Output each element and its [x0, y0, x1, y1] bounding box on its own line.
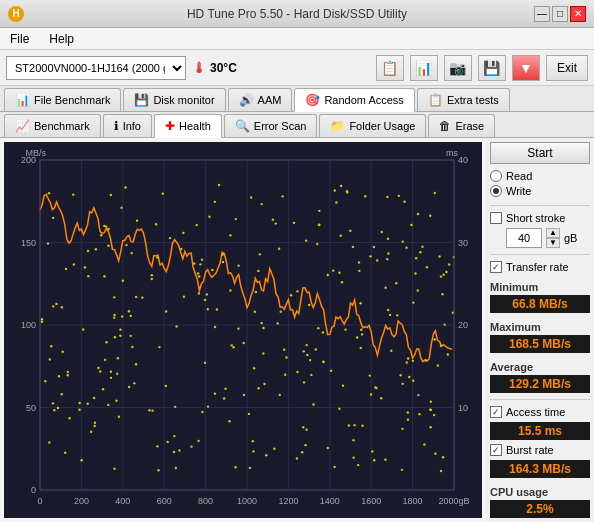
burst-rate-checkbox-item[interactable]: ✓ Burst rate [490, 444, 590, 456]
menu-help[interactable]: Help [45, 31, 78, 47]
extra-tests-icon: 📋 [428, 93, 443, 107]
title-text: HD Tune Pro 5.50 - Hard Disk/SSD Utility [0, 7, 594, 21]
benchmark-chart [4, 142, 482, 518]
stroke-spinner: ▲ ▼ [546, 228, 560, 248]
tab-extra-tests[interactable]: 📋 Extra tests [417, 88, 510, 111]
disk-monitor-icon: 💾 [134, 93, 149, 107]
stroke-unit: gB [564, 232, 577, 244]
transfer-rate-checkbox: ✓ [490, 261, 502, 273]
average-block: Average 129.2 MB/s [490, 361, 590, 393]
tab-random-access[interactable]: 🎯 Random Access [294, 88, 414, 112]
average-label: Average [490, 361, 590, 373]
right-panel: Start Read Write Short stroke ▲ ▼ gB [486, 138, 594, 522]
read-write-group: Read Write [490, 168, 590, 199]
divider-3 [490, 399, 590, 400]
transfer-rate-checkbox-item[interactable]: ✓ Transfer rate [490, 261, 590, 273]
minimum-label: Minimum [490, 281, 590, 293]
stroke-spin-down[interactable]: ▼ [546, 238, 560, 248]
stroke-input-row: ▲ ▼ gB [490, 228, 590, 248]
maximize-button[interactable]: □ [552, 6, 568, 22]
tab-benchmark[interactable]: 📈 Benchmark [4, 114, 101, 137]
health-icon: ✚ [165, 119, 175, 133]
error-scan-icon: 🔍 [235, 119, 250, 133]
title-buttons: — □ ✕ [534, 6, 586, 22]
toolbar-btn-4[interactable]: 💾 [478, 55, 506, 81]
burst-rate-value: 164.3 MB/s [490, 460, 590, 478]
temperature-display: 🌡 30°C [192, 60, 237, 76]
read-radio-circle [490, 170, 502, 182]
toolbar-btn-3[interactable]: 📷 [444, 55, 472, 81]
access-time-value: 15.5 ms [490, 422, 590, 440]
maximum-value: 168.5 MB/s [490, 335, 590, 353]
info-icon: ℹ [114, 119, 119, 133]
average-value: 129.2 MB/s [490, 375, 590, 393]
minimum-value: 66.8 MB/s [490, 295, 590, 313]
temperature-value: 30°C [210, 61, 237, 75]
tab-folder-usage[interactable]: 📁 Folder Usage [319, 114, 426, 137]
tab-error-scan[interactable]: 🔍 Error Scan [224, 114, 318, 137]
exit-button[interactable]: Exit [546, 55, 588, 81]
minimize-button[interactable]: — [534, 6, 550, 22]
menu-file[interactable]: File [6, 31, 33, 47]
cpu-label: CPU usage [490, 486, 590, 498]
chart-area [4, 142, 482, 518]
tab-file-benchmark[interactable]: 📊 File Benchmark [4, 88, 121, 111]
tab-bar-bottom: 📈 Benchmark ℹ Info ✚ Health 🔍 Error Scan… [0, 112, 594, 138]
cpu-value: 2.5% [490, 500, 590, 518]
start-button[interactable]: Start [490, 142, 590, 164]
file-benchmark-icon: 📊 [15, 93, 30, 107]
short-stroke-checkbox-item[interactable]: Short stroke [490, 212, 590, 224]
maximum-block: Maximum 168.5 MB/s [490, 321, 590, 353]
access-time-checkbox: ✓ [490, 406, 502, 418]
random-access-icon: 🎯 [305, 93, 320, 107]
toolbar-btn-1[interactable]: 📋 [376, 55, 404, 81]
stroke-input[interactable] [506, 228, 542, 248]
app-icon: H [8, 6, 24, 22]
write-radio-circle [490, 185, 502, 197]
access-time-checkbox-item[interactable]: ✓ Access time [490, 406, 590, 418]
tab-erase[interactable]: 🗑 Erase [428, 114, 495, 137]
disk-select[interactable]: ST2000VN000-1HJ164 (2000 gB) [6, 56, 186, 80]
title-bar: H HD Tune Pro 5.50 - Hard Disk/SSD Utili… [0, 0, 594, 28]
tab-disk-monitor[interactable]: 💾 Disk monitor [123, 88, 225, 111]
toolbar: ST2000VN000-1HJ164 (2000 gB) 🌡 30°C 📋 📊 … [0, 50, 594, 86]
tab-bar-top: 📊 File Benchmark 💾 Disk monitor 🔊 AAM 🎯 … [0, 86, 594, 112]
folder-usage-icon: 📁 [330, 119, 345, 133]
maximum-label: Maximum [490, 321, 590, 333]
tab-health[interactable]: ✚ Health [154, 114, 222, 138]
main-content: Start Read Write Short stroke ▲ ▼ gB [0, 138, 594, 522]
menu-bar: File Help [0, 28, 594, 50]
read-radio[interactable]: Read [490, 170, 590, 182]
toolbar-btn-5[interactable]: ▼ [512, 55, 540, 81]
close-button[interactable]: ✕ [570, 6, 586, 22]
toolbar-btn-2[interactable]: 📊 [410, 55, 438, 81]
minimum-block: Minimum 66.8 MB/s [490, 281, 590, 313]
aam-icon: 🔊 [239, 93, 254, 107]
divider-1 [490, 205, 590, 206]
thermometer-icon: 🌡 [192, 60, 206, 76]
erase-icon: 🗑 [439, 119, 451, 133]
divider-2 [490, 254, 590, 255]
write-radio[interactable]: Write [490, 185, 590, 197]
tab-aam[interactable]: 🔊 AAM [228, 88, 293, 111]
tab-info[interactable]: ℹ Info [103, 114, 152, 137]
benchmark-icon: 📈 [15, 119, 30, 133]
cpu-block: CPU usage 2.5% [490, 486, 590, 518]
short-stroke-checkbox [490, 212, 502, 224]
burst-rate-checkbox: ✓ [490, 444, 502, 456]
stroke-spin-up[interactable]: ▲ [546, 228, 560, 238]
